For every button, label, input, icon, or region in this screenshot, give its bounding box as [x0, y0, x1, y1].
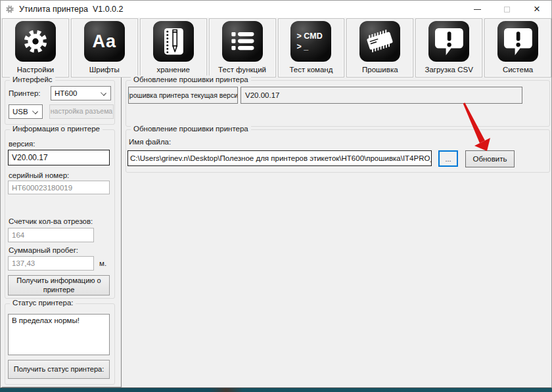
fonts-icon: Aa [84, 21, 125, 62]
fonts-icon-text: Aa [93, 32, 117, 52]
connector-settings-label: настройка разъема [51, 107, 112, 116]
toolbar-item-settings[interactable]: Настройки [2, 18, 69, 77]
mileage-unit-label: м. [99, 259, 106, 267]
close-button[interactable]: × [522, 1, 552, 18]
cut-counter-label: Счетчик кол-ва отрезов: [9, 217, 93, 225]
toolbar: Настройки Aa Шрифты [2, 18, 551, 77]
file-name-label: Имя файла: [129, 138, 171, 146]
toolbar-item-firmware[interactable]: Прошивка [346, 18, 413, 77]
cmd-line2: > _ [296, 41, 325, 52]
gear-icon [15, 21, 56, 62]
toolbar-label: Система [503, 66, 533, 74]
get-printer-info-button[interactable]: Получить информацию о принтере [8, 275, 110, 295]
printer-model-value: HT600 [55, 89, 78, 97]
toolbar-item-fonts[interactable]: Aa Шрифты [71, 18, 138, 77]
title-bar: Утилита принтера V1.0.0.2 × [1, 1, 551, 18]
red-arrow-annotation [454, 96, 500, 158]
cmd-line1: > CMD [296, 31, 325, 41]
chevron-down-icon [101, 90, 106, 96]
toolbar-label: Прошивка [362, 66, 398, 74]
taskbar-strip [0, 388, 552, 392]
firmware-version-group-label: Обновление прошивки принтера [131, 76, 251, 83]
mileage-field[interactable]: 137,43 [8, 256, 94, 271]
window-title: Утилита принтера V1.0.0.2 [19, 5, 124, 14]
get-printer-info-label: Получить информацию о принтере [12, 276, 105, 295]
version-field[interactable]: V20.00.17 [8, 150, 110, 165]
toolbar-label: Шрифты [89, 66, 120, 74]
printer-utility-window: Утилита принтера V1.0.0.2 × Настройки [0, 0, 552, 392]
toolbar-item-storage[interactable]: хранение [140, 18, 207, 77]
port-value: USB [12, 108, 28, 116]
serial-field[interactable]: HT600023180019 [8, 181, 110, 194]
mileage-label: Суммарный пробег: [9, 246, 78, 254]
serial-label: серийный номер: [9, 171, 69, 179]
app-gear-icon [5, 5, 14, 14]
printer-info-group-label: Информация о принтере [10, 125, 103, 133]
current-version-caption-box: Прошивка принтера текущая версия [128, 87, 238, 104]
minimize-button[interactable] [463, 1, 492, 18]
storage-notepad-icon [153, 21, 194, 62]
printer-status-textarea[interactable]: В пределах нормы! [8, 314, 110, 355]
toolbar-label: Тест команд [289, 66, 333, 74]
get-printer-status-button[interactable]: Получить статус принтера: [8, 360, 110, 379]
cut-counter-field[interactable]: 164 [8, 228, 94, 242]
toolbar-label: Загрузка CSV [425, 66, 473, 74]
cmd-terminal-icon: > CMD > _ [290, 21, 331, 62]
firmware-update-group-label: Обновление прошивки принтера [131, 125, 251, 133]
toolbar-item-test-commands[interactable]: > CMD > _ Тест команд [278, 18, 345, 77]
toolbar-item-test-functions[interactable]: Тест функций [209, 18, 276, 77]
minimize-icon [474, 9, 481, 10]
version-label: версия: [9, 140, 35, 148]
toolbar-item-load-csv[interactable]: Загрузка CSV [415, 18, 482, 77]
printer-label: Принтер: [9, 89, 41, 97]
port-select[interactable]: USB [9, 104, 43, 119]
printer-status-group-label: Статус принтера: [10, 299, 76, 307]
interface-group-label: Интерфейс [10, 76, 55, 83]
toolbar-item-system[interactable]: Система [484, 18, 551, 77]
window-body: Утилита принтера V1.0.0.2 × Настройки [0, 0, 552, 388]
maximize-icon [504, 7, 510, 12]
list-icon [222, 21, 263, 62]
get-printer-status-label: Получить статус принтера: [14, 365, 104, 374]
speech-bubble-icon [497, 21, 538, 62]
maximize-button[interactable] [492, 1, 522, 18]
connector-settings-button[interactable]: настройка разъема [49, 104, 114, 119]
chip-icon [359, 21, 400, 62]
firmware-file-path-input[interactable]: C:\Users\grinev.n\Desktop\Полезное для п… [127, 150, 432, 166]
toolbar-label: хранение [156, 66, 189, 74]
close-icon: × [534, 3, 540, 14]
speech-bubble-icon [428, 21, 469, 62]
toolbar-label: Настройки [17, 66, 54, 74]
printer-model-select[interactable]: HT600 [51, 86, 111, 100]
toolbar-label: Тест функций [218, 66, 266, 74]
chevron-down-icon [32, 108, 38, 114]
